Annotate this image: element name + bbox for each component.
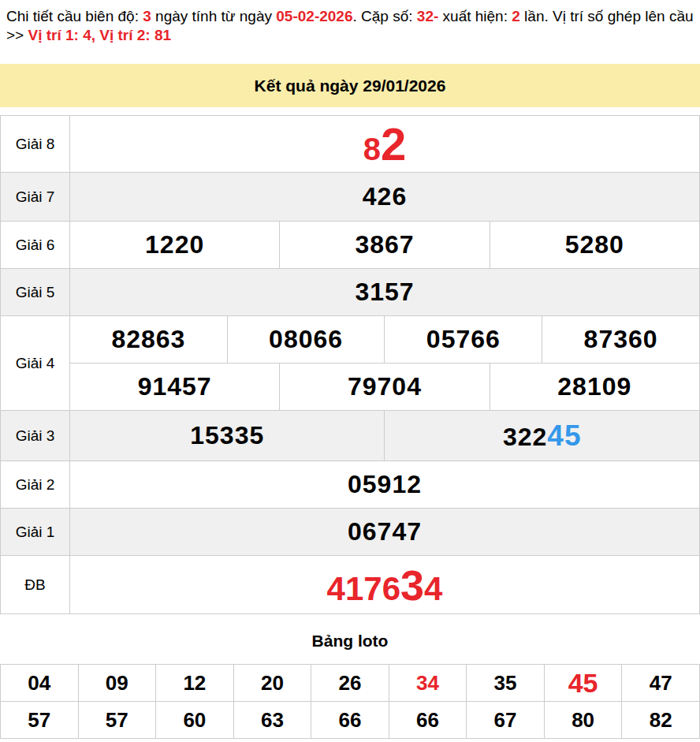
loto-row-2: 57 57 60 63 66 66 67 80 82 xyxy=(1,702,700,739)
prize-row-g5: Giải 5 3157 xyxy=(1,269,700,316)
g3-digits-black: 322 xyxy=(503,423,547,451)
prize-label-g6: Giải 6 xyxy=(1,222,70,269)
info-positions: Vị trí 1: 4, Vị trí 2: 81 xyxy=(28,27,171,43)
prize-row-g3: Giải 3 15335 32245 xyxy=(1,411,700,461)
loto-number: 45 xyxy=(544,665,622,702)
prize-value-g1: 06747 xyxy=(70,509,700,556)
prize-value-g4-1: 82863 xyxy=(70,316,228,364)
info-pair-number: 32- xyxy=(417,8,438,24)
db-digit-right: 4 xyxy=(424,570,442,607)
prize-value-g4-5: 91457 xyxy=(70,364,280,411)
prize-value-g7: 426 xyxy=(70,173,700,222)
prize-label-g1: Giải 1 xyxy=(1,509,70,556)
loto-number: 26 xyxy=(311,665,389,702)
loto-table-title: Bảng loto xyxy=(0,632,700,651)
prize-row-g4b: 91457 79704 28109 xyxy=(1,364,700,411)
prize-label-g2: Giải 2 xyxy=(1,461,70,509)
g3-digits-blue: 45 xyxy=(547,419,581,452)
prize-row-g2: Giải 2 05912 xyxy=(1,461,700,509)
prize-value-g8: 82 xyxy=(70,116,700,173)
loto-number: 60 xyxy=(156,702,234,739)
db-digits-left: 4176 xyxy=(327,570,400,607)
loto-number: 20 xyxy=(233,665,311,702)
loto-number: 57 xyxy=(78,702,156,739)
loto-number: 66 xyxy=(311,702,389,739)
prize-value-g4-2: 08066 xyxy=(227,316,385,364)
prize-value-g3-2: 32245 xyxy=(385,411,700,461)
prize-value-g3-1: 15335 xyxy=(70,411,385,461)
prize-value-db: 417634 xyxy=(70,556,700,614)
prize-value-g4-3: 05766 xyxy=(385,316,542,364)
prize-row-g8: Giải 8 82 xyxy=(1,116,700,173)
prize-label-g7: Giải 7 xyxy=(1,173,70,222)
results-table: Giải 8 82 Giải 7 426 Giải 6 1220 3867 52… xyxy=(0,115,700,614)
loto-number: 57 xyxy=(1,702,79,739)
prize-row-db: ĐB 417634 xyxy=(1,556,700,614)
prize-row-g6: Giải 6 1220 3867 5280 xyxy=(1,222,700,269)
loto-number: 04 xyxy=(1,665,79,702)
g8-digit-big: 2 xyxy=(381,118,406,170)
prize-label-g8: Giải 8 xyxy=(1,116,70,173)
prize-value-g2: 05912 xyxy=(70,461,700,509)
prize-value-g6-1: 1220 xyxy=(70,222,280,269)
info-text-part: xuất hiện: xyxy=(438,8,512,24)
prize-value-g5: 3157 xyxy=(70,269,700,316)
bridge-detail-text: Chi tiết cầu biên độ: 3 ngày tính từ ngà… xyxy=(0,0,700,45)
lottery-results-page: Chi tiết cầu biên độ: 3 ngày tính từ ngà… xyxy=(0,0,700,739)
loto-number: 34 xyxy=(389,665,467,702)
loto-number: 35 xyxy=(467,665,545,702)
prize-value-g6-2: 3867 xyxy=(280,222,490,269)
prize-value-g4-7: 28109 xyxy=(490,364,699,411)
banner-title: Kết quả ngày 29/01/2026 xyxy=(255,76,446,95)
loto-number: 82 xyxy=(622,702,700,739)
prize-row-g1: Giải 1 06747 xyxy=(1,509,700,556)
loto-number: 12 xyxy=(156,665,234,702)
info-text-part: Chi tiết cầu biên độ: xyxy=(6,8,143,24)
prize-value-g4-4: 87360 xyxy=(542,316,700,364)
info-text-part: ngày tính từ ngày xyxy=(151,8,277,24)
result-date-banner: Kết quả ngày 29/01/2026 xyxy=(0,64,700,107)
loto-number: 67 xyxy=(467,702,545,739)
prize-row-g7: Giải 7 426 xyxy=(1,173,700,222)
loto-number: 66 xyxy=(389,702,467,739)
info-range-days: 3 xyxy=(143,8,151,24)
g8-digit-small: 8 xyxy=(363,132,381,166)
loto-number: 80 xyxy=(544,702,622,739)
loto-table: 04 09 12 20 26 34 35 45 47 57 57 60 63 6… xyxy=(0,664,700,739)
prize-value-g6-3: 5280 xyxy=(490,222,699,269)
info-occurrence-count: 2 xyxy=(512,8,520,24)
loto-number: 09 xyxy=(78,665,156,702)
info-text-part: . Cặp số: xyxy=(353,8,417,24)
prize-label-g5: Giải 5 xyxy=(1,269,70,316)
loto-number: 47 xyxy=(622,665,700,702)
prize-label-g4: Giải 4 xyxy=(1,316,70,411)
db-digit-big: 3 xyxy=(400,561,424,609)
info-start-date: 05-02-2026 xyxy=(276,8,352,24)
prize-label-g3: Giải 3 xyxy=(1,411,70,461)
prize-row-g4a: Giải 4 82863 08066 05766 87360 xyxy=(1,316,700,364)
loto-row-1: 04 09 12 20 26 34 35 45 47 xyxy=(1,665,700,702)
prize-value-g4-6: 79704 xyxy=(280,364,490,411)
prize-label-db: ĐB xyxy=(1,556,70,614)
loto-number: 63 xyxy=(233,702,311,739)
